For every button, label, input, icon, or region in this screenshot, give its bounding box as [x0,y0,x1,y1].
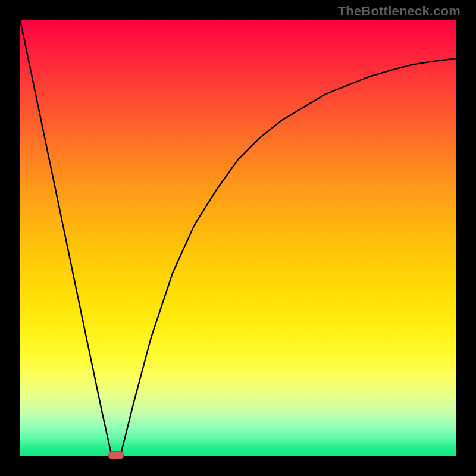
optimal-marker [108,451,124,459]
chart-frame: TheBottleneck.com [0,0,476,476]
plot-area [20,20,456,456]
watermark-text: TheBottleneck.com [338,4,461,19]
bottleneck-curve [20,20,456,456]
